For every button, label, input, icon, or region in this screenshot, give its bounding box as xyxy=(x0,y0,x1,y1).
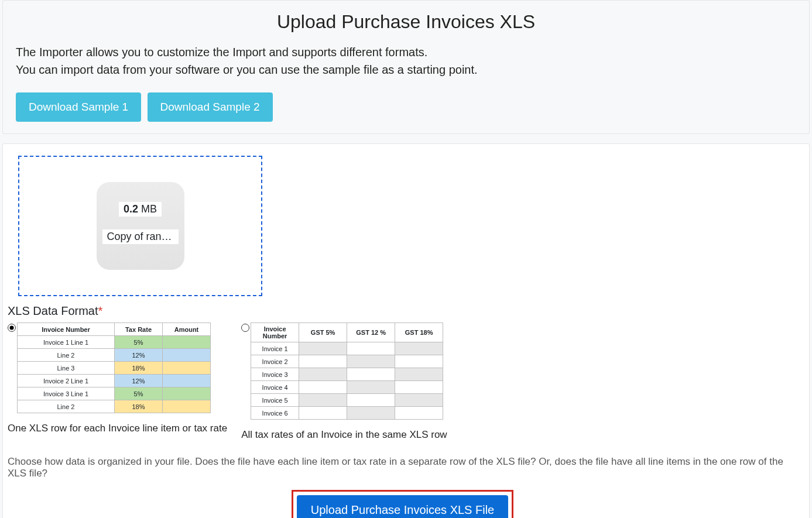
table2-header: Invoice Number xyxy=(251,323,299,342)
format-label: XLS Data Format* xyxy=(8,304,797,318)
format-options-row: Invoice NumberTax RateAmount Invoice 1 L… xyxy=(8,323,797,441)
intro-line-1: The Importer allows you to customize the… xyxy=(16,43,796,61)
file-name: Copy of rand... xyxy=(102,229,179,244)
radio-row-per-line[interactable] xyxy=(8,324,16,332)
table2-header: GST 12 % xyxy=(347,323,395,342)
table-row: Line 212% xyxy=(18,349,211,362)
format-option-1-caption: One XLS row for each Invoice line item o… xyxy=(8,423,227,434)
file-size-unit: MB xyxy=(141,203,157,215)
format-option-row-per-invoice: Invoice NumberGST 5%GST 12 %GST 18% Invo… xyxy=(241,323,447,441)
format-help-text: Choose how data is organized in your fil… xyxy=(8,456,797,479)
table-row: Invoice 5 xyxy=(251,394,443,407)
content-panel: 0.2 MB Copy of rand... XLS Data Format* … xyxy=(2,143,810,518)
table2-header: GST 5% xyxy=(299,323,347,342)
download-sample-1-button[interactable]: Download Sample 1 xyxy=(16,92,141,122)
table-row: Invoice 3 Line 15% xyxy=(18,387,211,400)
table1-header: Invoice Number xyxy=(18,323,115,336)
table-row: Invoice 2 Line 112% xyxy=(18,375,211,387)
intro-text: The Importer allows you to customize the… xyxy=(16,43,796,78)
table-row: Line 318% xyxy=(18,362,211,375)
format-option-2-caption: All tax rates of an Invoice in the same … xyxy=(241,429,447,441)
table-row: Line 218% xyxy=(18,400,211,413)
header-panel: Upload Purchase Invoices XLS The Importe… xyxy=(2,0,810,134)
download-sample-2-button[interactable]: Download Sample 2 xyxy=(148,92,273,122)
format-option-row-per-line: Invoice NumberTax RateAmount Invoice 1 L… xyxy=(8,323,227,434)
page-title: Upload Purchase Invoices XLS xyxy=(16,11,796,33)
table1-header: Tax Rate xyxy=(115,323,163,336)
upload-button-wrap: Upload Purchase Invoices XLS File xyxy=(8,490,797,518)
radio-row-per-invoice[interactable] xyxy=(241,324,249,332)
file-size: 0.2 MB xyxy=(119,202,162,217)
table-row: Invoice 6 xyxy=(251,407,443,420)
format-preview-table-1: Invoice NumberTax RateAmount Invoice 1 L… xyxy=(17,323,211,413)
table-row: Invoice 1 xyxy=(251,342,443,355)
upload-button-highlight: Upload Purchase Invoices XLS File xyxy=(292,490,514,518)
table-row: Invoice 4 xyxy=(251,381,443,394)
required-marker: * xyxy=(98,304,103,317)
format-preview-table-2: Invoice NumberGST 5%GST 12 %GST 18% Invo… xyxy=(251,323,443,420)
file-size-number: 0.2 xyxy=(124,203,138,215)
file-dropzone[interactable]: 0.2 MB Copy of rand... xyxy=(18,156,262,296)
upload-button[interactable]: Upload Purchase Invoices XLS File xyxy=(297,495,509,518)
format-label-text: XLS Data Format xyxy=(8,304,98,317)
table-row: Invoice 3 xyxy=(251,368,443,381)
table-row: Invoice 2 xyxy=(251,355,443,368)
table1-header: Amount xyxy=(163,323,211,336)
table2-header: GST 18% xyxy=(395,323,443,342)
table-row: Invoice 1 Line 15% xyxy=(18,336,211,349)
intro-line-2: You can import data from your software o… xyxy=(16,61,796,78)
uploaded-file-card[interactable]: 0.2 MB Copy of rand... xyxy=(97,182,184,270)
